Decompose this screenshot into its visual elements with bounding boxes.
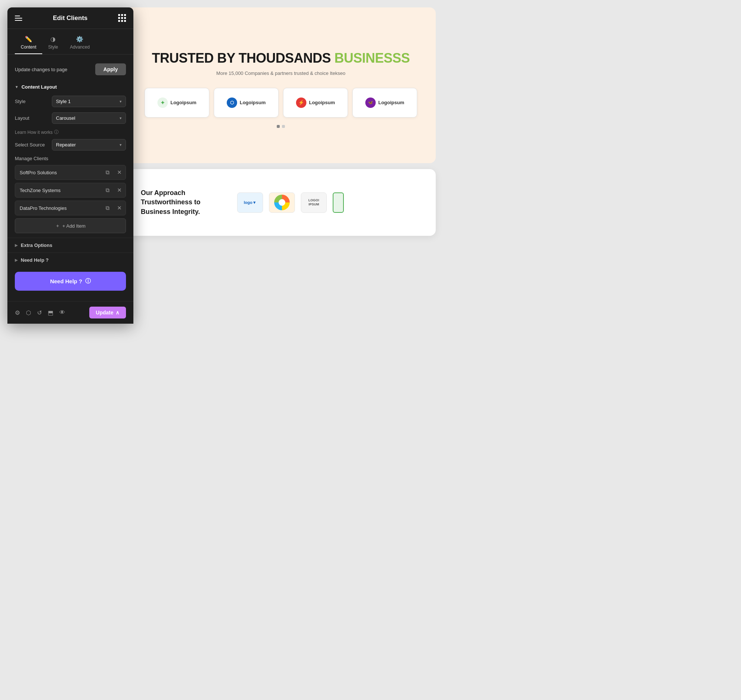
content-tab-icon: ✏️ [25,35,32,43]
client-remove-btn-3[interactable]: ✕ [113,201,126,215]
logo-icon-2: ⬡ [227,97,237,108]
update-chevron-icon: ∧ [116,310,119,316]
tab-advanced[interactable]: ⚙️ Advanced [64,33,95,54]
client-remove-btn-1[interactable]: ✕ [113,165,126,179]
dot-1 [277,125,280,128]
extra-options-header[interactable]: ▶ Extra Options [7,238,134,253]
source-select[interactable]: Repeater Query [52,139,126,150]
layout-field-row: Layout Carousel Grid [15,112,126,124]
style-tab-icon: ◑ [50,35,56,43]
logo-icon-3: ⚡ [296,97,307,108]
main-content: TRUSTED BY THOUDSANDS BUSINESSS More 15,… [126,7,436,236]
tab-content[interactable]: ✏️ Content [15,33,42,54]
color-logo [274,195,290,210]
carousel-dots [277,125,285,128]
bottom-logos: logo▼ LOGO!IPSUM [237,193,344,213]
logo-icon-4: 🦋 [365,97,376,108]
dot-2 [282,125,285,128]
collapse-arrow: ▼ [15,85,19,89]
sidebar-footer: ⚙ ⬡ ↺ ⬒ 👁 Update ∧ [7,301,134,324]
logo-placeholder-2: ⬡ Logoipsum [227,97,266,108]
logo-icon-1: ✦ [157,97,168,108]
copy-icon[interactable]: ⬒ [48,309,53,316]
bottom-logo-2 [269,193,295,213]
sidebar-header: Edit Clients [7,7,134,29]
style-field-row: Style Style 1 Style 2 [15,96,126,107]
content-tab-label: Content [21,44,36,50]
layers-icon[interactable]: ⬡ [26,309,31,316]
preview-title-black: TRUSTED BY THOUDSANDS [152,50,331,66]
footer-icons: ⚙ ⬡ ↺ ⬒ 👁 [15,309,65,316]
preview-top-section: TRUSTED BY THOUDSANDS BUSINESSS More 15,… [126,7,436,163]
need-help-button-icon: ⓘ [85,278,91,285]
client-name-input-3[interactable] [15,202,102,215]
style-field-label: Style [15,99,52,104]
apply-row: Update changes to page Apply [7,60,134,81]
preview-icon[interactable]: 👁 [59,309,65,316]
manage-clients-label: Manage Clients [15,156,126,161]
need-help-button-label: Need Help ? [50,278,82,284]
tab-style[interactable]: ◑ Style [42,33,64,54]
preview-title-green: BUSINESSS [334,50,410,66]
grid-icon[interactable] [118,14,126,22]
need-help-arrow: ▶ [15,258,18,262]
preview-bottom-section: Our Approach Trustworthiness to Business… [126,169,436,236]
apply-button[interactable]: Apply [95,63,126,75]
bottom-logo-1: logo▼ [237,193,263,213]
logo-card-2: ⬡ Logoipsum [214,88,279,118]
client-duplicate-btn-1[interactable]: ⧉ [102,165,113,179]
need-help-button[interactable]: Need Help ? ⓘ [15,272,126,291]
settings-icon[interactable]: ⚙ [15,309,20,316]
logo-card-1: ✦ Logoipsum [144,88,209,118]
preview-title: TRUSTED BY THOUDSANDS BUSINESSS [152,50,410,66]
layout-field-label: Layout [15,115,52,121]
layout-select[interactable]: Carousel Grid [52,112,126,124]
client-item: ⧉ ✕ [15,183,126,198]
extra-options-arrow: ▶ [15,243,18,247]
client-duplicate-btn-3[interactable]: ⧉ [102,201,113,215]
update-button-label: Update [96,310,113,316]
apply-label: Update changes to page [15,67,67,72]
add-item-icon: ＋ [55,222,60,229]
add-item-label: + Add Item [62,223,85,229]
client-remove-btn-2[interactable]: ✕ [113,183,126,197]
logo-placeholder-4: 🦋 Logoipsum [365,97,404,108]
advanced-tab-label: Advanced [70,44,90,50]
learn-link[interactable]: Learn How it works ⓘ [15,129,126,139]
style-select[interactable]: Style 1 Style 2 [52,96,126,107]
client-item: ⧉ ✕ [15,165,126,180]
extra-options-label: Extra Options [21,243,52,248]
logo-carousel: ✦ Logoipsum ⬡ Logoipsum ⚡ Logoipsum [144,88,417,118]
source-field-row: Select Source Repeater Query [15,139,126,150]
source-field-label: Select Source [15,142,52,147]
client-name-input-1[interactable] [15,166,102,179]
client-item: ⧉ ✕ [15,201,126,215]
content-layout-fields: Style Style 1 Style 2 Layout Carousel [7,93,134,238]
client-duplicate-btn-2[interactable]: ⧉ [102,183,113,197]
bottom-text: Our Approach Trustworthiness to Business… [141,188,222,216]
menu-icon[interactable] [15,16,22,21]
update-button[interactable]: Update ∧ [89,307,126,319]
history-icon[interactable]: ↺ [37,309,42,316]
sidebar-body: Update changes to page Apply ▼ Content L… [7,54,134,301]
content-layout-label: Content Layout [22,84,57,90]
logo-card-3: ⚡ Logoipsum [283,88,348,118]
add-item-button[interactable]: ＋ + Add Item [15,218,126,233]
advanced-tab-icon: ⚙️ [76,35,84,43]
source-select-wrapper: Repeater Query [52,139,126,150]
style-tab-label: Style [48,44,58,50]
content-layout-section-header[interactable]: ▼ Content Layout [7,81,134,93]
sidebar: Edit Clients ✏️ Content ◑ Style ⚙️ Advan… [7,7,134,324]
client-name-input-2[interactable] [15,184,102,197]
preview-subtitle: More 15,000 Companies & partners trusted… [216,71,345,76]
layout-select-wrapper: Carousel Grid [52,112,126,124]
sidebar-tabs: ✏️ Content ◑ Style ⚙️ Advanced [7,29,134,54]
need-help-section-label: Need Help ? [21,257,48,263]
logo-placeholder-3: ⚡ Logoipsum [296,97,335,108]
need-help-section-header[interactable]: ▶ Need Help ? [7,253,134,267]
sidebar-title: Edit Clients [53,15,88,22]
logo-card-4: 🦋 Logoipsum [352,88,417,118]
bottom-logo-4 [333,193,344,213]
bottom-logo-3: LOGO!IPSUM [301,193,327,213]
logo-placeholder-1: ✦ Logoipsum [157,97,197,108]
